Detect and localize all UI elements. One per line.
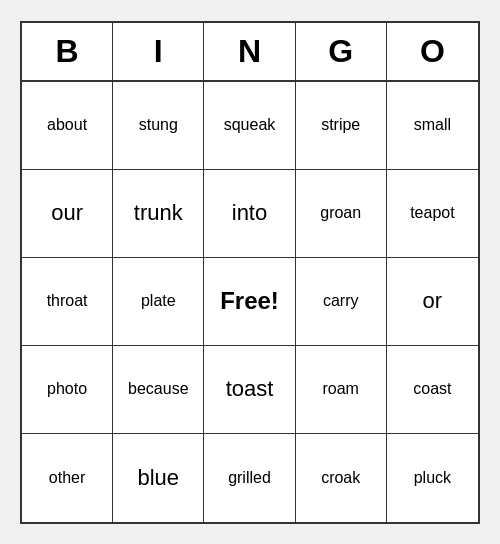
- bingo-cell-r1-c0: our: [22, 170, 113, 258]
- bingo-cell-r0-c3: stripe: [296, 82, 387, 170]
- bingo-cell-r1-c4: teapot: [387, 170, 478, 258]
- bingo-cell-r1-c2: into: [204, 170, 295, 258]
- bingo-cell-r3-c1: because: [113, 346, 204, 434]
- bingo-cell-r2-c4: or: [387, 258, 478, 346]
- bingo-cell-r3-c2: toast: [204, 346, 295, 434]
- bingo-header: BINGO: [22, 23, 478, 82]
- bingo-cell-r3-c0: photo: [22, 346, 113, 434]
- header-letter: O: [387, 23, 478, 80]
- bingo-cell-r4-c2: grilled: [204, 434, 295, 522]
- header-letter: N: [204, 23, 295, 80]
- bingo-cell-r0-c1: stung: [113, 82, 204, 170]
- bingo-cell-r1-c1: trunk: [113, 170, 204, 258]
- header-letter: G: [296, 23, 387, 80]
- bingo-cell-r2-c1: plate: [113, 258, 204, 346]
- bingo-cell-r0-c2: squeak: [204, 82, 295, 170]
- bingo-cell-r3-c3: roam: [296, 346, 387, 434]
- bingo-grid: aboutstungsqueakstripesmallourtrunkintog…: [22, 82, 478, 522]
- header-letter: B: [22, 23, 113, 80]
- bingo-cell-r4-c0: other: [22, 434, 113, 522]
- bingo-cell-r4-c1: blue: [113, 434, 204, 522]
- bingo-cell-r0-c0: about: [22, 82, 113, 170]
- bingo-cell-r2-c2: Free!: [204, 258, 295, 346]
- bingo-card: BINGO aboutstungsqueakstripesmallourtrun…: [20, 21, 480, 524]
- bingo-cell-r2-c3: carry: [296, 258, 387, 346]
- bingo-cell-r0-c4: small: [387, 82, 478, 170]
- bingo-cell-r3-c4: coast: [387, 346, 478, 434]
- bingo-cell-r1-c3: groan: [296, 170, 387, 258]
- bingo-cell-r2-c0: throat: [22, 258, 113, 346]
- bingo-cell-r4-c4: pluck: [387, 434, 478, 522]
- header-letter: I: [113, 23, 204, 80]
- bingo-cell-r4-c3: croak: [296, 434, 387, 522]
